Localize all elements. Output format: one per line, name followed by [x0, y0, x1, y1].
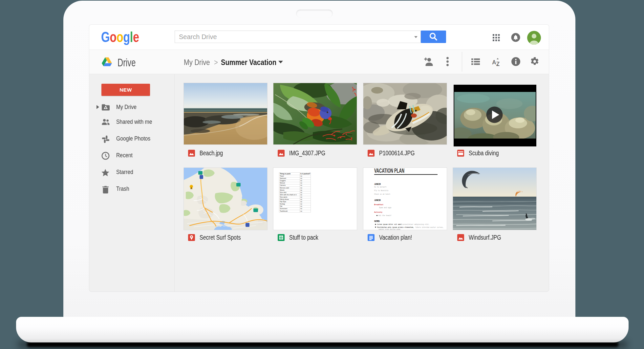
svg-text:no: no: [300, 194, 302, 196]
svg-text:Hiking shoes: Hiking shoes: [280, 199, 289, 200]
svg-text:consectetuer adipiscing elit.: consectetuer adipiscing elit.: [402, 224, 429, 225]
svg-text:Memory card: Memory card: [280, 187, 289, 189]
svg-text:no: no: [300, 180, 302, 182]
svg-text:Sunscreen: Sunscreen: [280, 208, 288, 209]
svg-text:no: no: [300, 201, 302, 203]
svg-text:Spam and eggs: Spam and eggs: [379, 207, 392, 208]
svg-text:A: A: [492, 59, 496, 66]
svg-text:no: no: [300, 192, 302, 193]
svg-text:no: no: [300, 187, 302, 189]
svg-text:no: no: [300, 208, 302, 209]
svg-text:no: no: [300, 203, 302, 205]
svg-text:Activity: Activity: [374, 211, 383, 213]
svg-text:Wetsuit: Wetsuit: [280, 182, 286, 184]
svg-text:Thing to pack: Thing to pack: [280, 173, 291, 175]
svg-text:Vestibulum ante ipsum primis e: Vestibulum ante ipsum primis elementum,: [377, 227, 414, 228]
svg-text:NOTES: NOTES: [374, 220, 380, 222]
svg-text:Swimsuit: Swimsuit: [280, 178, 287, 179]
svg-text:libero interdum auctor cursus,: libero interdum auctor cursus,: [415, 227, 443, 228]
svg-text:Hat: Hat: [280, 206, 283, 207]
svg-text:Flip flops: Flip flops: [280, 201, 287, 203]
svg-text:no: no: [300, 206, 302, 207]
svg-text:VACATION PLAN: VACATION PLAN: [374, 168, 404, 174]
svg-text:Hit the beach!: Hit the beach!: [378, 215, 392, 216]
svg-text:Check in at hotel: Check in at hotel: [374, 193, 390, 195]
svg-text:no: no: [300, 178, 302, 179]
svg-text:no: no: [300, 175, 302, 177]
svg-text:sapien enim dictum quam.: sapien enim dictum quam.: [378, 229, 401, 230]
svg-text:no: no: [300, 189, 302, 191]
svg-text:Shirt with the shark on it: Shirt with the shark on it: [280, 194, 297, 196]
svg-text:JUNE 29: JUNE 29: [374, 183, 381, 185]
svg-text:Drybag: Drybag: [280, 203, 285, 205]
svg-text:Goggles: Goggles: [280, 180, 286, 182]
svg-text:Nice shirt: Nice shirt: [280, 192, 287, 193]
svg-text:Shorts: Shorts: [280, 189, 285, 191]
svg-text:Lorem ipsum dolor sit amet: Lorem ipsum dolor sit amet: [377, 224, 402, 225]
svg-text:Camera: Camera: [280, 185, 286, 186]
svg-text:no: no: [300, 210, 302, 212]
svg-text:Nice pants: Nice pants: [280, 196, 288, 198]
svg-text:JUNE 30: JUNE 30: [374, 199, 381, 201]
svg-text:Breakfast: Breakfast: [374, 204, 383, 206]
svg-text:no: no: [300, 196, 302, 198]
svg-text:Go to airport: Go to airport: [374, 186, 387, 188]
svg-text:Fly to Honolulu: Fly to Honolulu: [374, 190, 388, 191]
svg-text:no: no: [300, 185, 302, 186]
svg-text:Towel: Towel: [280, 175, 284, 177]
svg-text:no: no: [300, 182, 302, 184]
svg-text:Is it packed?: Is it packed?: [300, 173, 310, 175]
svg-text:no: no: [300, 199, 302, 200]
svg-text:Toothbrush: Toothbrush: [280, 210, 288, 212]
